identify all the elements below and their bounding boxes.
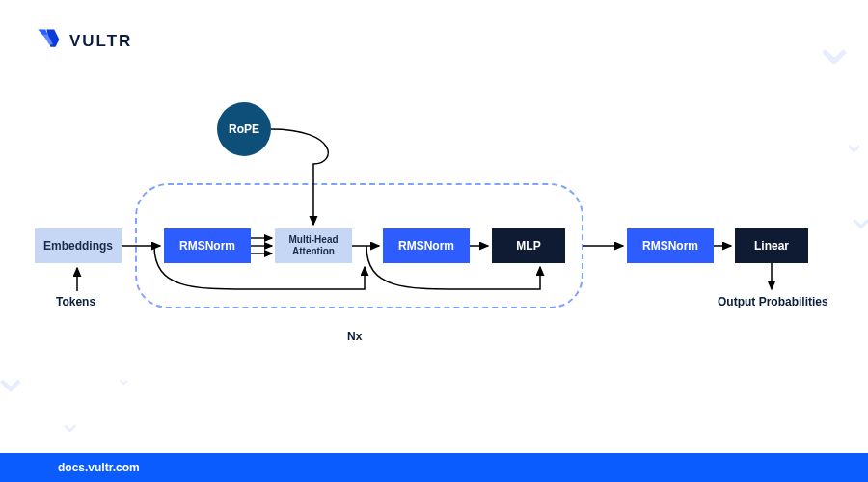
attention-label: Multi-Head Attention bbox=[281, 234, 346, 257]
rope-node: RoPE bbox=[217, 102, 271, 156]
rmsnorm3-block: RMSNorm bbox=[627, 228, 714, 263]
repeat-label: Nx bbox=[347, 330, 362, 343]
rmsnorm2-block: RMSNorm bbox=[383, 228, 470, 263]
footer-bar: docs.vultr.com bbox=[0, 453, 868, 482]
footer-text: docs.vultr.com bbox=[58, 461, 140, 474]
tokens-label: Tokens bbox=[56, 295, 95, 308]
diagram-canvas: RoPE Embeddings RMSNorm Multi-Head Atten… bbox=[0, 0, 868, 453]
rmsnorm2-label: RMSNorm bbox=[398, 239, 454, 253]
embeddings-label: Embeddings bbox=[43, 239, 113, 253]
output-label: Output Probabilities bbox=[718, 295, 828, 308]
rmsnorm3-label: RMSNorm bbox=[642, 239, 698, 253]
mlp-label: MLP bbox=[516, 239, 540, 253]
rope-label: RoPE bbox=[229, 122, 259, 136]
mlp-block: MLP bbox=[492, 228, 565, 263]
attention-block: Multi-Head Attention bbox=[275, 228, 352, 263]
linear-block: Linear bbox=[735, 228, 808, 263]
embeddings-block: Embeddings bbox=[35, 228, 122, 263]
rmsnorm1-label: RMSNorm bbox=[179, 239, 235, 253]
linear-label: Linear bbox=[754, 239, 789, 253]
rmsnorm1-block: RMSNorm bbox=[164, 228, 251, 263]
